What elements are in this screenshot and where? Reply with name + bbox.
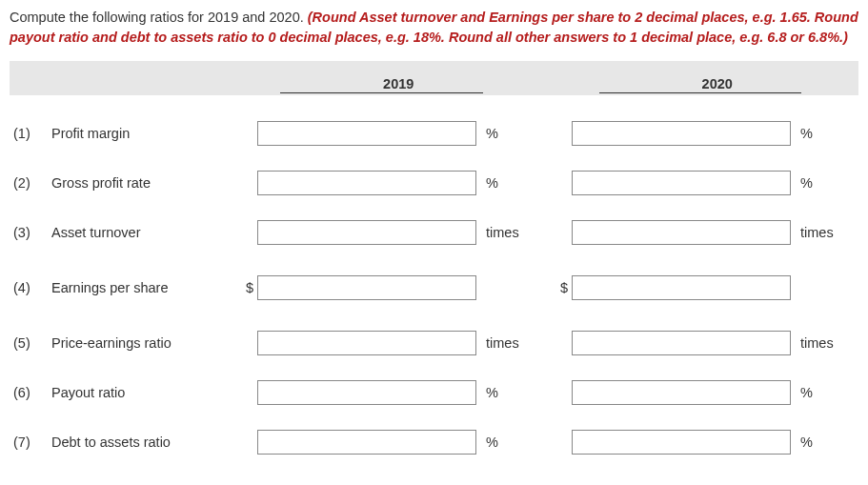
row-payout-ratio: (6) Payout ratio % % xyxy=(10,368,858,417)
earnings-per-share-2019-input[interactable] xyxy=(257,275,476,300)
row-unit-2020: % xyxy=(791,126,850,141)
row-unit-2020: % xyxy=(791,175,850,191)
row-label: Profit margin xyxy=(51,126,238,141)
year-2019-underline xyxy=(280,92,483,93)
year-2020-header: 2020 xyxy=(702,76,733,91)
row-label: Payout ratio xyxy=(51,385,238,400)
debt-to-assets-ratio-2020-input[interactable] xyxy=(572,430,791,455)
row-number: (6) xyxy=(10,385,51,400)
row-unit-2020: % xyxy=(791,385,850,400)
year-2019-header: 2019 xyxy=(383,76,414,91)
row-number: (4) xyxy=(10,280,51,295)
row-unit-2019: % xyxy=(476,385,535,400)
price-earnings-ratio-2020-input[interactable] xyxy=(572,331,791,355)
row-unit-2020: % xyxy=(791,434,850,450)
row-unit-2019: % xyxy=(476,175,535,191)
row-prefix-2019: $ xyxy=(238,280,257,295)
asset-turnover-2020-input[interactable] xyxy=(572,220,791,245)
instructions-lead: Compute the following ratios for 2019 an… xyxy=(10,10,308,25)
row-unit-2020: times xyxy=(791,225,850,240)
earnings-per-share-2020-input[interactable] xyxy=(572,275,791,300)
profit-margin-2019-input[interactable] xyxy=(257,121,476,146)
row-unit-2019: % xyxy=(476,434,535,450)
gross-profit-rate-2020-input[interactable] xyxy=(572,171,791,195)
price-earnings-ratio-2019-input[interactable] xyxy=(257,331,476,355)
row-price-earnings-ratio: (5) Price-earnings ratio times times xyxy=(10,318,858,368)
row-number: (5) xyxy=(10,335,51,351)
row-number: (1) xyxy=(10,126,51,141)
year-header-row: 2019 2020 xyxy=(10,61,858,95)
row-profit-margin: (1) Profit margin % % xyxy=(10,109,858,158)
gross-profit-rate-2019-input[interactable] xyxy=(257,171,476,195)
payout-ratio-2020-input[interactable] xyxy=(572,380,791,405)
row-earnings-per-share: (4) Earnings per share $ $ xyxy=(10,263,858,313)
row-unit-2019: times xyxy=(476,335,535,351)
instructions: Compute the following ratios for 2019 an… xyxy=(10,8,858,48)
year-2020-underline xyxy=(599,92,802,93)
row-unit-2020: times xyxy=(791,335,850,351)
row-label: Earnings per share xyxy=(51,280,238,295)
row-unit-2019: % xyxy=(476,126,535,141)
row-asset-turnover: (3) Asset turnover times times xyxy=(10,208,858,257)
asset-turnover-2019-input[interactable] xyxy=(257,220,476,245)
row-unit-2019: times xyxy=(476,225,535,240)
row-label: Gross profit rate xyxy=(51,175,238,191)
row-number: (2) xyxy=(10,175,51,191)
row-label: Debt to assets ratio xyxy=(51,434,238,450)
row-prefix-2020: $ xyxy=(553,280,572,295)
row-label: Asset turnover xyxy=(51,225,238,240)
row-debt-to-assets-ratio: (7) Debt to assets ratio % % xyxy=(10,417,858,467)
payout-ratio-2019-input[interactable] xyxy=(257,380,476,405)
row-number: (3) xyxy=(10,225,51,240)
row-number: (7) xyxy=(10,434,51,450)
debt-to-assets-ratio-2019-input[interactable] xyxy=(257,430,476,455)
row-gross-profit-rate: (2) Gross profit rate % % xyxy=(10,158,858,208)
row-label: Price-earnings ratio xyxy=(51,335,238,351)
profit-margin-2020-input[interactable] xyxy=(572,121,791,146)
